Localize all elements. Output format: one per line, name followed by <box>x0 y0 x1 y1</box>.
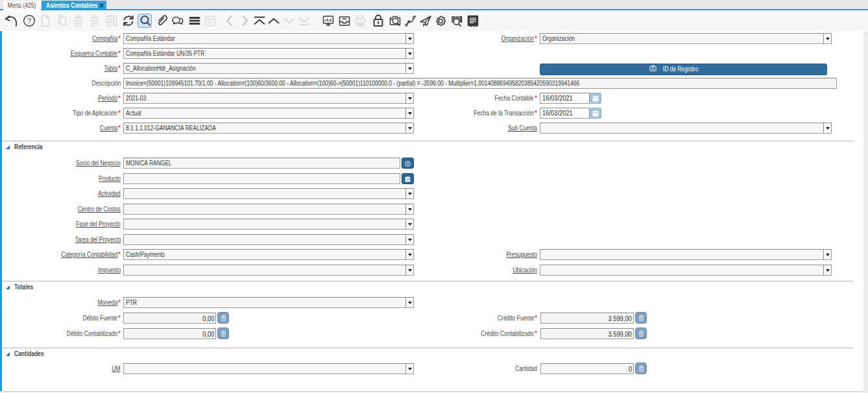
svg-text:31: 31 <box>208 20 213 25</box>
svg-text:?: ? <box>27 17 30 25</box>
